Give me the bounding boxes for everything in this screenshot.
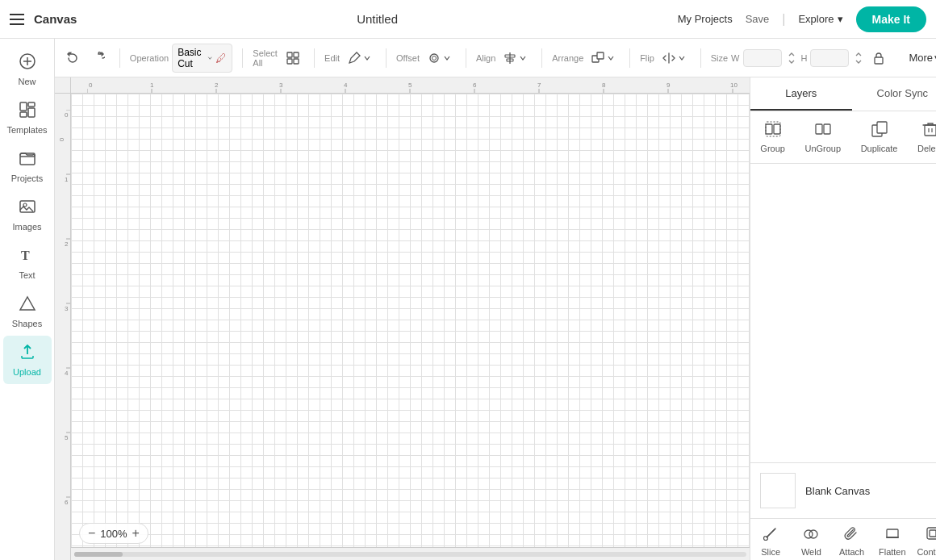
svg-text:10: 10 [730,81,738,89]
height-stepper[interactable] [852,48,865,68]
nav-left: Canvas [10,12,77,26]
svg-rect-22 [597,52,604,59]
attach-icon [844,525,860,545]
canvas-grid[interactable] [71,94,750,547]
width-input[interactable] [743,49,782,67]
explore-button[interactable]: Explore ▾ [798,13,842,25]
align-button[interactable] [499,48,532,68]
redo-button[interactable] [87,48,110,68]
svg-rect-15 [294,59,299,64]
width-stepper[interactable] [785,48,798,68]
panel-actions: Group UnGroup Duplicate [750,111,936,164]
delete-button[interactable]: Delete [911,118,936,157]
canvas-container[interactable]: 0 1 2 3 4 5 [55,77,750,560]
more-button[interactable]: More ▾ [902,48,936,67]
contour-button[interactable]: Contour [913,519,936,560]
canvas-thumbnail [760,473,796,508]
attach-button[interactable]: Attach [831,519,871,560]
undo-button[interactable] [61,48,84,68]
canvas-scrollbar-horizontal[interactable] [71,547,750,560]
ungroup-button[interactable]: UnGroup [798,118,847,157]
main-layout: New Templates Projects Images T Text [0,39,936,560]
scrollbar-thumb[interactable] [74,552,123,557]
tab-layers[interactable]: Layers [750,77,852,111]
duplicate-icon [871,121,888,141]
make-it-button[interactable]: Make It [856,6,926,32]
divider-1 [119,48,120,68]
my-projects-button[interactable]: My Projects [678,13,733,25]
select-all-button[interactable] [282,48,304,68]
edit-label: Edit [324,53,340,63]
svg-text:5: 5 [65,434,69,441]
svg-text:6: 6 [65,499,69,506]
svg-text:1: 1 [65,176,69,183]
canvas-item-area: Blank Canvas [750,462,936,518]
zoom-out-button[interactable]: − [88,527,95,540]
arrange-button[interactable] [587,48,620,68]
tab-color-sync[interactable]: Color Sync [852,77,936,111]
canvas-item-label: Blank Canvas [805,485,870,497]
sidebar-item-upload[interactable]: Upload [3,336,52,384]
sidebar-item-shapes[interactable]: Shapes [3,287,52,336]
edit-button[interactable] [343,48,376,68]
flip-group: Flip [640,48,691,68]
flatten-button[interactable]: Flatten [872,519,913,560]
svg-rect-81 [930,530,936,537]
slice-button[interactable]: Slice [750,519,791,560]
svg-text:T: T [21,249,30,262]
sidebar-item-projects[interactable]: Projects [3,142,52,190]
width-label: W [731,53,739,63]
svg-point-75 [764,537,768,541]
sidebar-item-images[interactable]: Images [3,190,52,239]
offset-button[interactable] [423,48,456,68]
contour-icon [925,525,936,545]
ruler-horizontal: 0 1 2 3 4 5 [71,77,750,94]
size-group: Size W H [711,48,890,68]
svg-text:2: 2 [65,240,69,248]
svg-rect-3 [20,102,27,111]
group-icon [765,121,781,141]
sidebar-label-projects: Projects [11,173,44,183]
sidebar-item-new[interactable]: New [3,45,52,94]
height-input[interactable] [810,49,849,67]
hamburger-icon[interactable] [10,14,24,25]
slice-icon [763,525,779,545]
attach-label: Attach [839,547,864,557]
duplicate-button[interactable]: Duplicate [855,118,905,157]
top-nav: Canvas Untitled My Projects Save | Explo… [0,0,936,39]
zoom-in-button[interactable]: + [132,527,140,540]
svg-rect-69 [824,124,830,134]
svg-rect-4 [28,102,35,107]
divider-6 [541,48,542,68]
sidebar-item-templates[interactable]: Templates [3,94,52,142]
divider-3 [314,48,315,68]
ungroup-label: UnGroup [804,144,841,153]
svg-rect-72 [925,125,936,136]
flatten-label: Flatten [879,547,906,557]
weld-button[interactable]: Weld [791,519,831,560]
undo-redo-group [61,48,110,68]
svg-rect-68 [816,124,822,134]
operation-select[interactable]: Basic Cut 🖊 [172,44,232,73]
scrollbar-track [74,552,746,557]
group-button[interactable]: Group [754,118,792,157]
contour-label: Contour [917,547,936,557]
sidebar-item-text[interactable]: T Text [3,239,52,287]
save-button[interactable]: Save [746,13,770,25]
ruler-vertical: 0 0 1 2 3 4 5 [55,94,71,560]
flip-button[interactable] [658,48,691,68]
toolbar: Operation Basic Cut 🖊 Select All Edit [55,39,936,77]
svg-text:0: 0 [65,111,69,119]
upload-icon [19,343,36,365]
svg-marker-11 [20,297,35,310]
operation-label: Operation [130,53,169,63]
sidebar-label-new: New [18,77,36,86]
delete-icon [922,121,936,141]
lock-ratio-button[interactable] [868,48,889,68]
nav-divider: | [782,12,785,27]
svg-point-9 [23,203,27,207]
svg-text:2: 2 [215,81,219,89]
svg-point-17 [432,56,437,60]
svg-text:0: 0 [89,81,93,89]
delete-label: Delete [917,144,936,153]
